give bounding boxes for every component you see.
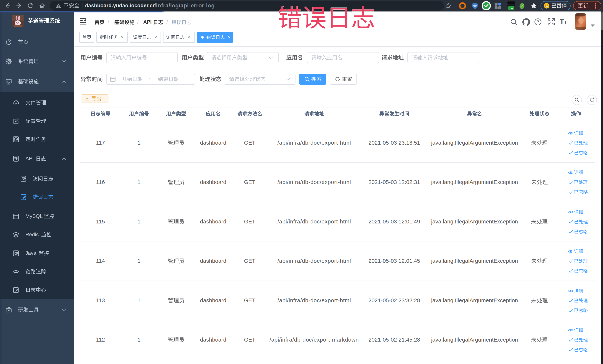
svg-text:?: ? bbox=[537, 20, 539, 24]
svg-text:on: on bbox=[510, 7, 513, 10]
